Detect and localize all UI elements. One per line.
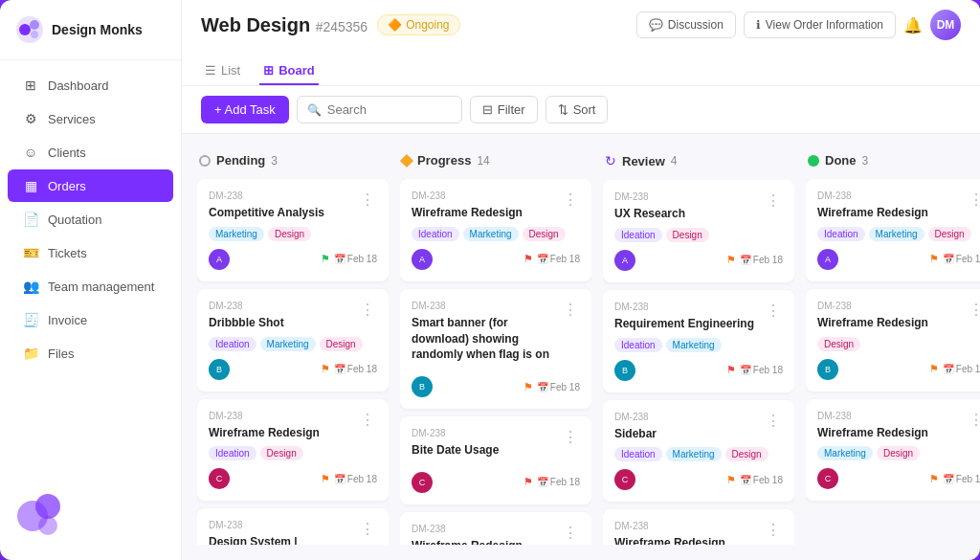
tab-list[interactable]: ☰ List (201, 57, 244, 85)
sidebar-item-orders[interactable]: ▦Orders (8, 169, 173, 202)
card-title: Dribbble Shot (209, 315, 284, 331)
nav-label-orders: Orders (48, 179, 86, 193)
info-icon: ℹ (756, 18, 761, 32)
calendar-icon: 📅 (537, 477, 548, 487)
card-tags: IdeationMarketingDesign (614, 447, 783, 461)
card-menu-button[interactable]: ⋮ (358, 411, 377, 429)
tag-marketing: Marketing (666, 447, 722, 461)
card-date-area: ⚑ 📅Feb 18 (523, 476, 580, 488)
tab-board[interactable]: ⊞ Board (259, 57, 319, 85)
tag-design: Design (268, 227, 311, 241)
column-count-review: 4 (671, 154, 678, 168)
card-id: DM-238 (412, 301, 561, 311)
card-footer: C ⚑ 📅Feb 18 (209, 468, 377, 489)
tag-marketing: Marketing (209, 227, 264, 241)
app-name: Design Monks (52, 22, 143, 37)
team-icon: 👥 (23, 279, 38, 294)
sidebar-item-files[interactable]: 📁Files (8, 337, 173, 370)
task-card[interactable]: DM-238 Wireframe Redesign ⋮ IdeationMark… (806, 179, 980, 281)
sidebar-item-invoice[interactable]: 🧾Invoice (8, 303, 173, 336)
sidebar-bottom-logo (11, 487, 69, 545)
card-tags: Design (817, 337, 980, 351)
card-menu-button[interactable]: ⋮ (967, 190, 980, 209)
card-date: 📅Feb 18 (943, 364, 980, 374)
card-footer: A ⚑ 📅Feb 18 (412, 249, 580, 270)
flag-icon: ⚑ (929, 363, 939, 375)
card-avatar: B (209, 359, 230, 380)
task-card[interactable]: DM-238 Dribbble Shot ⋮ IdeationMarketing… (197, 289, 389, 392)
sidebar-item-team[interactable]: 👥Team management (8, 270, 173, 302)
cards-container-done: DM-238 Wireframe Redesign ⋮ IdeationMark… (806, 179, 980, 545)
card-menu-button[interactable]: ⋮ (358, 190, 377, 209)
card-footer: C ⚑ 📅Feb 18 (412, 472, 580, 493)
card-menu-button[interactable]: ⋮ (358, 301, 377, 319)
add-task-button[interactable]: + Add Task (201, 96, 289, 123)
bell-icon[interactable]: 🔔 (903, 16, 923, 34)
user-avatar[interactable]: DM (930, 10, 961, 40)
card-menu-button[interactable]: ⋮ (561, 524, 580, 542)
card-id: DM-238 (817, 190, 928, 201)
card-footer: B ⚑ 📅Feb 18 (614, 360, 783, 381)
card-menu-button[interactable]: ⋮ (561, 301, 580, 319)
card-menu-button[interactable]: ⋮ (764, 191, 783, 210)
task-card[interactable]: DM-238 Sidebar ⋮ IdeationMarketingDesign… (603, 400, 794, 503)
filter-button[interactable]: ⊟ Filter (470, 96, 538, 123)
card-date-area: ⚑ 📅Feb 18 (929, 253, 980, 265)
discussion-button[interactable]: 💬 Discussion (636, 11, 736, 38)
tickets-icon: 🎫 (23, 245, 38, 260)
card-id: DM-238 (412, 190, 523, 201)
sort-button[interactable]: ⇅ Sort (546, 96, 609, 123)
card-footer: B ⚑ 📅Feb 18 (412, 376, 580, 397)
task-card[interactable]: DM-238 Design System | Typography ⋮ Idea… (197, 508, 389, 545)
task-card[interactable]: DM-238 Wireframe Redesign ⋮ MarketingDes… (806, 399, 980, 502)
task-card[interactable]: DM-238 Wireframe Redesign ⋮ Marketing D … (400, 512, 591, 545)
task-card[interactable]: DM-238 UX Research ⋮ IdeationDesign A ⚑ … (603, 180, 794, 282)
card-header: DM-238 Competitive Analysis ⋮ (209, 190, 377, 221)
card-id: DM-238 (209, 301, 284, 311)
card-id: DM-238 (817, 411, 928, 421)
card-menu-button[interactable]: ⋮ (358, 520, 377, 538)
sidebar-item-clients[interactable]: ☺Clients (8, 136, 173, 168)
card-menu-button[interactable]: ⋮ (967, 411, 980, 429)
task-card[interactable]: DM-238 Smart banner (for download) showi… (400, 289, 591, 409)
tag-marketing: Marketing (260, 337, 316, 351)
task-card[interactable]: DM-238 Bite Date Usage ⋮ C ⚑ 📅Feb 18 (400, 416, 591, 504)
card-date-area: ⚑ 📅Feb 18 (929, 473, 980, 485)
card-footer: A ⚑ 📅Feb 18 (209, 249, 377, 270)
sidebar-item-quotation[interactable]: 📄Quotation (8, 203, 173, 235)
sidebar-item-services[interactable]: ⚙Services (8, 102, 173, 135)
card-date: 📅Feb 18 (740, 255, 783, 265)
tag-ideation: Ideation (614, 338, 662, 352)
card-menu-button[interactable]: ⋮ (967, 301, 980, 319)
card-menu-button[interactable]: ⋮ (764, 521, 783, 539)
card-date-area: ⚑ 📅Feb 18 (523, 381, 580, 393)
task-card[interactable]: DM-238 Wireframe Redesign ⋮ IdeationDesi… (603, 509, 794, 545)
nav-label-tickets: Tickets (48, 246, 87, 260)
card-menu-button[interactable]: ⋮ (764, 302, 783, 320)
search-input[interactable] (327, 102, 452, 117)
column-count-pending: 3 (271, 154, 278, 168)
task-card[interactable]: DM-238 Wireframe Redesign ⋮ IdeationMark… (400, 179, 591, 281)
orders-icon: ▦ (23, 178, 38, 193)
card-avatar: C (412, 472, 433, 493)
card-header: DM-238 UX Research ⋮ (614, 191, 783, 222)
column-pending: Pending3 DM-238 Competitive Analysis ⋮ M… (197, 149, 389, 545)
task-card[interactable]: DM-238 Competitive Analysis ⋮ MarketingD… (197, 179, 389, 281)
card-title: Smart banner (for download) showing rand… (412, 315, 561, 363)
task-card[interactable]: DM-238 Wireframe Redesign ⋮ IdeationDesi… (197, 399, 389, 502)
card-tags: IdeationDesign (614, 228, 783, 242)
card-date: 📅Feb 18 (740, 475, 783, 485)
card-menu-button[interactable]: ⋮ (561, 428, 580, 446)
card-footer: C ⚑ 📅Feb 18 (817, 468, 980, 489)
view-order-button[interactable]: ℹ View Order Information (744, 11, 896, 38)
column-header-progress: Progress14 (400, 149, 591, 171)
card-title: Design System | Typography (209, 534, 358, 545)
task-card[interactable]: DM-238 Requirement Engineering ⋮ Ideatio… (603, 290, 794, 392)
card-header: DM-238 Wireframe Redesign ⋮ (209, 411, 377, 441)
sidebar-item-dashboard[interactable]: ⊞Dashboard (8, 69, 173, 101)
sidebar-item-tickets[interactable]: 🎫Tickets (8, 236, 173, 269)
card-menu-button[interactable]: ⋮ (561, 190, 580, 209)
card-menu-button[interactable]: ⋮ (764, 412, 783, 430)
logo-icon (15, 15, 44, 44)
task-card[interactable]: DM-238 Wireframe Redesign ⋮ Design B ⚑ 📅… (806, 289, 980, 392)
